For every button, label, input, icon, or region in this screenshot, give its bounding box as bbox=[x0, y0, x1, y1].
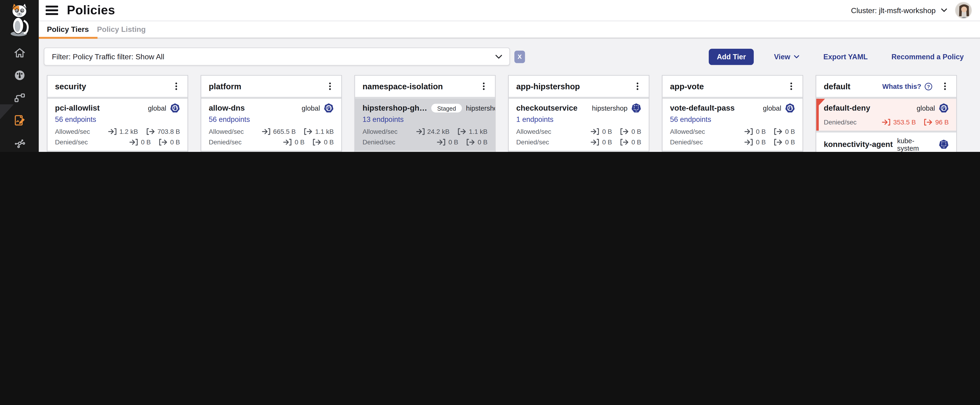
staged-badge: Staged bbox=[431, 104, 461, 113]
tier-header: defaultWhats this?? bbox=[816, 76, 956, 97]
view-menu-button[interactable]: View bbox=[770, 52, 803, 61]
endpoints-link[interactable]: 13 endpoints bbox=[363, 116, 404, 123]
stat-values: 0 B0 B bbox=[283, 138, 334, 145]
allowed-label: Allowed/sec bbox=[363, 128, 398, 135]
policy-title-row: allow-dnsglobal bbox=[209, 103, 334, 113]
tier-menu-button[interactable] bbox=[631, 81, 644, 92]
denied-label-egress-value: 0 B bbox=[785, 138, 795, 145]
hamburger-menu-icon[interactable] bbox=[44, 3, 59, 18]
denied-label-ingress-group: 0 B bbox=[745, 138, 766, 145]
policy-card-default-deny[interactable]: default-denyglobalDenied/sec353.5 B96 B bbox=[816, 99, 956, 131]
denied-label: Denied/sec bbox=[516, 138, 549, 145]
tier-menu-button[interactable] bbox=[785, 81, 797, 92]
policy-card-allow-dns[interactable]: allow-dnsglobal56 endpointsAllowed/sec66… bbox=[201, 99, 341, 150]
allowed-label-egress-group: 1.1 kB bbox=[304, 128, 334, 135]
scope-label: global bbox=[148, 104, 166, 112]
ingress-icon bbox=[130, 139, 138, 145]
ingress-icon bbox=[262, 128, 270, 134]
dashboard-icon[interactable] bbox=[0, 64, 39, 86]
policy-card-checkoutservice[interactable]: checkoutservicehipstershopns1 endpointsA… bbox=[509, 99, 649, 150]
denied-label-egress-group: 0 B bbox=[774, 138, 795, 145]
allowed-label-egress-value: 1.1 kB bbox=[315, 128, 334, 135]
policy-card-konnectivity-agent[interactable]: konnectivity-agentkube-systemns2 endpoin… bbox=[816, 132, 956, 152]
policy-name: vote-default-pass bbox=[670, 104, 735, 113]
add-tier-button[interactable]: Add Tier bbox=[709, 48, 754, 65]
tier-column-namespace-isolation: namespace-isolationhipstershop-gh…Staged… bbox=[355, 75, 496, 152]
denied-label-ingress-value: 0 B bbox=[448, 138, 458, 145]
service-graph-icon[interactable] bbox=[0, 131, 39, 152]
endpoints-link[interactable]: 1 endpoints bbox=[516, 116, 554, 123]
policy-name: allow-dns bbox=[209, 104, 245, 113]
tier-name: platform bbox=[209, 81, 241, 91]
cluster-selector[interactable]: Cluster: jlt-msft-workshop bbox=[851, 6, 947, 14]
tier-card-list: pci-allowlistglobal56 endpointsAllowed/s… bbox=[48, 99, 188, 152]
tier-column-app-vote: app-votevote-default-passglobal56 endpoi… bbox=[662, 75, 803, 152]
tier-menu-button[interactable] bbox=[477, 81, 490, 92]
tier-name: default bbox=[824, 81, 851, 91]
denied-label-ingress-value: 0 B bbox=[295, 138, 304, 145]
tier-menu-button[interactable] bbox=[939, 81, 951, 92]
ingress-icon bbox=[591, 139, 600, 145]
allowed-label-ingress-value: 0 B bbox=[602, 128, 612, 135]
endpoints-link[interactable]: 56 endpoints bbox=[209, 116, 250, 123]
policy-filter-dropdown[interactable]: Filter: Policy Traffic filter: Show All bbox=[44, 48, 510, 65]
policy-card-hipstershop-gh[interactable]: hipstershop-gh…Stagedhipstershopns13 end… bbox=[355, 99, 495, 150]
allowed-label-ingress-group: 0 B bbox=[591, 128, 612, 135]
tab-policy-listing[interactable]: Policy Listing bbox=[97, 25, 146, 34]
toolbar-actions: Add Tier View Export YAML Recommend a Po… bbox=[709, 48, 967, 65]
denied-label-egress-value: 0 B bbox=[170, 138, 180, 145]
denied-label-egress-value: 0 B bbox=[324, 138, 334, 145]
denied-label-ingress-value: 0 B bbox=[756, 138, 766, 145]
policy-scope: global bbox=[302, 103, 334, 113]
export-yaml-button[interactable]: Export YAML bbox=[819, 52, 871, 61]
tier-column-security: securitypci-allowlistglobal56 endpointsA… bbox=[47, 75, 188, 152]
denied-label-ingress-group: 0 B bbox=[130, 138, 151, 145]
scope-label: hipstershop bbox=[592, 104, 627, 112]
home-icon[interactable] bbox=[0, 41, 39, 64]
policy-card-vote-default-pass[interactable]: vote-default-passglobal56 endpointsAllow… bbox=[662, 99, 802, 150]
policy-scope: global bbox=[917, 103, 949, 113]
denied-label: Denied/sec bbox=[55, 138, 88, 145]
recommend-policy-button[interactable]: Recommend a Policy bbox=[888, 52, 967, 61]
denied-label: Denied/sec bbox=[670, 138, 703, 145]
ingress-icon bbox=[416, 128, 425, 134]
stat-values: 0 B0 B bbox=[745, 128, 795, 135]
endpoints-link[interactable]: 56 endpoints bbox=[670, 116, 711, 123]
policy-title-row: checkoutservicehipstershopns bbox=[516, 103, 641, 113]
question-circle-icon: ? bbox=[924, 82, 933, 91]
content-area: Filter: Policy Traffic filter: Show All … bbox=[39, 39, 980, 152]
clear-filter-button[interactable]: X bbox=[514, 50, 525, 63]
policy-title-row: default-denyglobal bbox=[824, 103, 949, 113]
ingress-icon bbox=[437, 139, 446, 145]
tier-card-list: hipstershop-gh…Stagedhipstershopns13 end… bbox=[355, 99, 495, 152]
namespace-scope-icon: ns bbox=[631, 103, 641, 113]
egress-icon bbox=[620, 139, 629, 145]
allowed-label-ingress-group: 665.5 B bbox=[262, 128, 296, 135]
egress-icon bbox=[146, 128, 155, 134]
policy-title-row: vote-default-passglobal bbox=[670, 103, 795, 113]
kebab-icon bbox=[633, 82, 642, 91]
stat-values: 0 B0 B bbox=[437, 138, 487, 145]
kebab-icon bbox=[787, 82, 795, 91]
policy-card-pci-allowlist[interactable]: pci-allowlistglobal56 endpointsAllowed/s… bbox=[48, 99, 188, 150]
endpoints-link[interactable]: 56 endpoints bbox=[55, 116, 96, 123]
tier-menu-button[interactable] bbox=[170, 81, 183, 92]
user-avatar[interactable] bbox=[955, 2, 972, 19]
allowed-label-ingress-group: 24.2 kB bbox=[416, 128, 449, 135]
denied-label-row: Denied/sec353.5 B96 B bbox=[824, 118, 949, 126]
stat-values: 1.2 kB703.8 B bbox=[108, 128, 180, 135]
allowed-label-row: Allowed/sec1.2 kB703.8 B bbox=[55, 128, 180, 135]
denied-label-ingress-group: 0 B bbox=[283, 138, 304, 145]
tier-menu-button[interactable] bbox=[324, 81, 336, 92]
tab-policy-tiers[interactable]: Policy Tiers bbox=[47, 25, 89, 34]
whats-this-link[interactable]: Whats this?? bbox=[882, 82, 932, 91]
sidebar-notch bbox=[0, 104, 14, 119]
allowed-label-ingress-value: 24.2 kB bbox=[427, 128, 449, 135]
tier-header: namespace-isolation bbox=[355, 76, 495, 97]
allowed-label: Allowed/sec bbox=[516, 128, 551, 135]
denied-label-egress-group: 0 B bbox=[466, 138, 487, 145]
svg-text:?: ? bbox=[927, 83, 930, 89]
egress-icon bbox=[458, 128, 466, 134]
namespace-scope-icon: ns bbox=[939, 139, 949, 150]
calico-cat-logo[interactable] bbox=[0, 0, 39, 39]
